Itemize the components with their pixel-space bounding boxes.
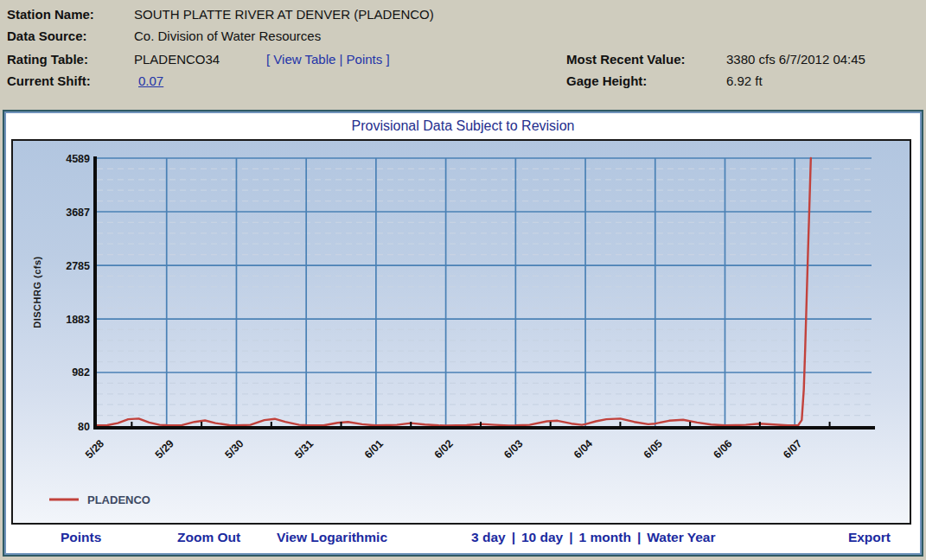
export-button[interactable]: Export [848,530,891,545]
most-recent-value-label: Most Recent Value: [566,52,686,67]
axis-spines [93,156,875,430]
bracket-close: ] [386,52,389,67]
svg-text:982: 982 [72,366,90,379]
chart-panel: Provisional Data Subject to Revision 458… [3,110,923,557]
svg-text:PLADENCO: PLADENCO [87,493,150,506]
svg-text:2785: 2785 [66,260,90,272]
discharge-plot-box: 4589368727851883982805/285/295/305/316/0… [11,139,911,525]
period-water-year[interactable]: Water Year [647,530,715,544]
grid-vertical [167,158,795,426]
svg-text:4589: 4589 [66,153,90,165]
data-source-value: Co. Division of Water Resources [134,29,321,43]
legend: PLADENCO [49,493,150,506]
svg-text:6/03: 6/03 [501,437,525,461]
station-name-value: SOUTH PLATTE RIVER AT DENVER (PLADENCO) [134,7,434,22]
chart-toolbar: Points Zoom Out View Logarithmic 3 day|1… [6,525,920,551]
most-recent-value: 3380 cfs 6/7/2012 04:45 [726,52,865,67]
x-tick-labels: 5/285/295/305/316/016/026/036/046/056/06… [83,437,804,461]
gage-height-label: Gage Height: [566,73,647,88]
grid-minor-horizontal [97,169,872,415]
svg-text:80: 80 [78,421,90,433]
current-shift-link[interactable]: 0.07 [138,73,163,88]
period-1month[interactable]: 1 month [579,530,631,544]
svg-text:5/30: 5/30 [222,437,246,461]
period-separator: | [569,530,572,544]
gage-height-value: 6.92 ft [726,73,763,88]
period-3day[interactable]: 3 day [471,530,506,544]
svg-text:6/06: 6/06 [711,437,734,461]
svg-text:3687: 3687 [66,207,90,219]
y-axis-title: DISCHRG (cfs) [32,256,42,328]
data-source-label: Data Source: [7,29,87,43]
series-pladenco [97,158,811,425]
svg-text:6/05: 6/05 [642,437,665,461]
points-button[interactable]: Points [61,530,101,545]
page: Station Name: SOUTH PLATTE RIVER AT DENV… [0,0,926,560]
rating-table-label: Rating Table: [7,52,88,67]
rating-points-link[interactable]: Points [347,52,383,67]
y-tick-labels: 458936872785188398280 [66,153,90,433]
period-10day[interactable]: 10 day [521,530,563,544]
links-separator: | [340,52,343,67]
period-separator: | [512,530,515,544]
bracket-open: [ [266,52,270,67]
svg-text:DISCHRG (cfs): DISCHRG (cfs) [32,256,42,328]
station-name-label: Station Name: [7,7,94,22]
svg-text:1883: 1883 [66,314,90,326]
svg-text:5/28: 5/28 [83,437,106,461]
svg-text:6/01: 6/01 [362,437,386,461]
period-separator: | [637,530,641,544]
discharge-chart: 4589368727851883982805/285/295/305/316/0… [13,141,910,523]
zoom-out-button[interactable]: Zoom Out [177,530,240,545]
svg-text:6/07: 6/07 [781,437,804,461]
rating-table-value: PLADENCO34 [134,52,220,67]
svg-text:6/04: 6/04 [572,437,595,461]
rating-table-links: [ View Table | Points ] [266,52,390,67]
svg-text:5/29: 5/29 [153,437,176,461]
current-shift-label: Current Shift: [7,73,91,88]
period-selector: 3 day|10 day|1 month|Water Year [471,530,716,545]
chart-title: Provisional Data Subject to Revision [6,113,920,139]
svg-text:6/02: 6/02 [432,437,456,461]
view-table-link[interactable]: View Table [273,52,335,67]
view-logarithmic-button[interactable]: View Logarithmic [277,530,387,545]
svg-text:5/31: 5/31 [292,437,316,461]
